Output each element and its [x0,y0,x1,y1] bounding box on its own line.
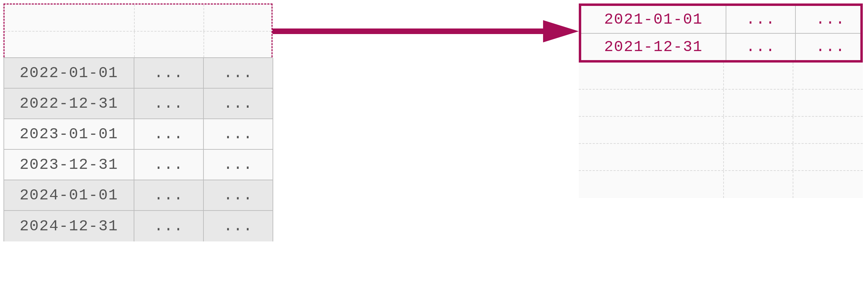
placeholder-cell [793,171,863,198]
value-cell: ... [134,180,204,211]
placeholder-cell [135,32,204,57]
placeholder-cell [204,5,274,31]
value-cell: ... [204,58,273,89]
value-cell: ... [204,89,273,119]
date-cell: 2023-01-01 [4,119,134,150]
placeholder-cell [793,144,863,170]
date-cell: 2021-01-01 [581,6,726,33]
placeholder-row [579,117,863,144]
table-row: 2024-12-31 ... ... [4,211,273,241]
placeholder-cell [793,63,863,89]
placeholder-cell [724,63,793,89]
placeholder-cell [135,5,204,31]
placeholder-cell [579,144,724,170]
placeholder-cell [5,5,135,31]
table-row: 2023-12-31 ... ... [4,150,273,180]
placeholder-cell [579,171,724,198]
date-cell: 2021-12-31 [581,34,726,60]
table-row: 2021-12-31 ... ... [581,33,860,60]
placeholder-row [579,90,863,117]
destination-table-inserted-rows: 2021-01-01 ... ... 2021-12-31 ... ... [579,3,863,63]
value-cell: ... [726,6,796,33]
placeholder-cell [724,144,793,170]
table-row: 2022-01-01 ... ... [4,58,273,89]
placeholder-cell [579,63,724,89]
value-cell: ... [134,58,204,89]
value-cell: ... [134,89,204,119]
placeholder-cell [579,90,724,116]
placeholder-cell [579,117,724,143]
source-table: 2022-01-01 ... ... 2022-12-31 ... ... 20… [3,3,273,241]
svg-marker-1 [543,20,579,42]
placeholder-cell [793,117,863,143]
value-cell: ... [796,6,865,33]
placeholder-cell [724,90,793,116]
table-row: 2024-01-01 ... ... [4,180,273,211]
value-cell: ... [204,150,273,180]
date-cell: 2024-01-01 [4,180,134,211]
value-cell: ... [204,119,273,150]
placeholder-row [5,5,272,31]
table-row: 2023-01-01 ... ... [4,119,273,150]
date-cell: 2022-01-01 [4,58,134,89]
placeholder-row [579,63,863,90]
date-cell: 2023-12-31 [4,150,134,180]
destination-table-empty-rows-placeholder [579,63,863,198]
diagram-container: 2022-01-01 ... ... 2022-12-31 ... ... 20… [3,3,865,281]
source-table-body: 2022-01-01 ... ... 2022-12-31 ... ... 20… [3,57,273,241]
placeholder-row [5,31,272,57]
table-row: 2021-01-01 ... ... [581,6,860,33]
table-row: 2022-12-31 ... ... [4,89,273,119]
value-cell: ... [134,211,204,241]
value-cell: ... [134,119,204,150]
date-cell: 2022-12-31 [4,89,134,119]
date-cell: 2024-12-31 [4,211,134,241]
value-cell: ... [204,180,273,211]
placeholder-cell [204,32,274,57]
source-table-removed-rows-placeholder [3,3,273,57]
destination-table: 2021-01-01 ... ... 2021-12-31 ... ... [579,3,863,198]
value-cell: ... [134,150,204,180]
placeholder-cell [5,32,135,57]
placeholder-cell [724,117,793,143]
placeholder-cell [724,171,793,198]
transfer-arrow [273,3,579,59]
value-cell: ... [726,34,796,60]
value-cell: ... [204,211,273,241]
placeholder-row [579,171,863,198]
placeholder-row [579,144,863,171]
placeholder-cell [793,90,863,116]
value-cell: ... [796,34,865,60]
arrow-icon [273,17,579,45]
